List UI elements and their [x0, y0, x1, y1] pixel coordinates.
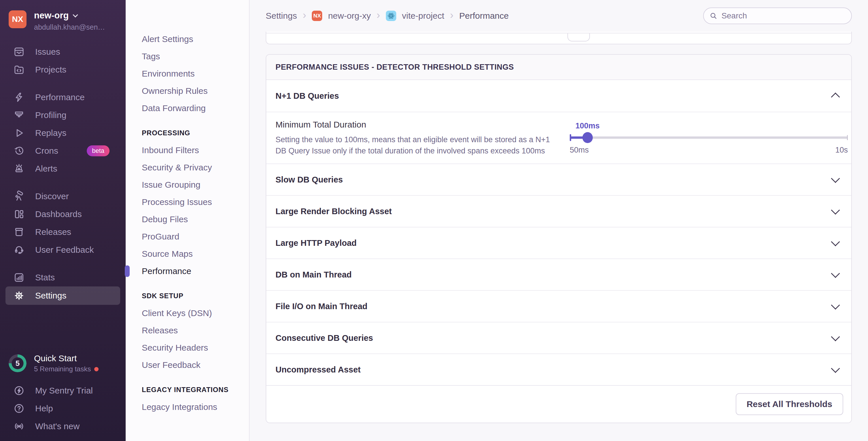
- settings-nav-item-inbound-filters[interactable]: Inbound Filters: [126, 142, 249, 159]
- sidebar-item-discover[interactable]: Discover: [0, 188, 126, 205]
- chevron-separator: ›: [450, 10, 454, 21]
- slider-min-label: 50ms: [570, 146, 589, 155]
- sidebar-item-label: Help: [35, 404, 53, 413]
- panel-header: PERFORMANCE ISSUES - DETECTOR THRESHOLD …: [266, 55, 851, 80]
- quick-start-subtitle: 5 Remaining tasks: [34, 365, 91, 373]
- search-input[interactable]: [721, 11, 845, 21]
- detector-row-large-http-payload[interactable]: Large HTTP Payload: [266, 227, 851, 259]
- chevron-down-icon: [831, 364, 840, 373]
- slider-value-label: 100ms: [576, 122, 600, 130]
- sidebar-item-alerts[interactable]: Alerts: [0, 160, 126, 178]
- detector-row-slow-db-queries[interactable]: Slow DB Queries: [266, 164, 851, 195]
- slider-max-label: 10s: [835, 146, 848, 155]
- sidebar-item-label: Discover: [35, 192, 69, 201]
- settings-nav: Alert SettingsTagsEnvironmentsOwnership …: [126, 0, 250, 441]
- settings-nav-section-header-processing: PROCESSING: [126, 124, 249, 142]
- sidebar-item-label: Releases: [35, 227, 71, 237]
- detector-row-n-1-db-queries[interactable]: N+1 DB Queries: [266, 80, 851, 112]
- sidebar-item-my-sentry-trial[interactable]: My Sentry Trial: [0, 382, 126, 400]
- settings-nav-item-security-headers[interactable]: Security Headers: [126, 339, 249, 357]
- scroll-area[interactable]: PERFORMANCE ISSUES - DETECTOR THRESHOLD …: [250, 32, 868, 441]
- quick-start[interactable]: 5 Quick Start 5 Remaining tasks: [9, 353, 119, 373]
- slider-thumb[interactable]: [582, 132, 593, 143]
- sidebar-item-crons[interactable]: Crons beta: [0, 142, 126, 160]
- help-icon: [13, 403, 25, 414]
- sidebar-item-projects[interactable]: Projects: [0, 61, 126, 78]
- settings-nav-item-user-feedback[interactable]: User Feedback: [126, 357, 249, 374]
- detector-label: File I/O on Main Thread: [276, 302, 367, 311]
- settings-nav-item-processing-issues[interactable]: Processing Issues: [126, 194, 249, 211]
- folder-code-icon: [13, 64, 25, 75]
- inbox-icon: [13, 46, 25, 58]
- detector-label: Slow DB Queries: [276, 175, 343, 184]
- settings-nav-item-debug-files[interactable]: Debug Files: [126, 211, 249, 228]
- react-project-icon: [386, 11, 396, 21]
- notification-dot: [94, 367, 98, 371]
- sidebar-item-stats[interactable]: Stats: [0, 269, 126, 286]
- detector-row-large-render-blocking-asset[interactable]: Large Render Blocking Asset: [266, 195, 851, 227]
- detector-label: DB on Main Thread: [276, 270, 351, 279]
- chevron-down-icon: [831, 206, 840, 214]
- breadcrumb: Settings › NX new-org-xy › vite-project …: [266, 11, 509, 21]
- sidebar-spacer: [0, 305, 126, 353]
- detector-row-consecutive-db-queries[interactable]: Consecutive DB Queries: [266, 322, 851, 353]
- detector-row-file-i-o-on-main-thread[interactable]: File I/O on Main Thread: [266, 290, 851, 322]
- sidebar-item-whats-new[interactable]: What's new: [0, 417, 126, 435]
- sidebar-item-label: What's new: [35, 421, 80, 431]
- detector-label: Uncompressed Asset: [276, 365, 361, 374]
- broadcast-icon: [13, 420, 25, 432]
- chevron-down-icon: [73, 12, 78, 17]
- sidebar-item-user-feedback[interactable]: User Feedback: [0, 241, 126, 259]
- settings-nav-item-tags[interactable]: Tags: [126, 48, 249, 65]
- trial-bolt-icon: [13, 385, 25, 396]
- content-area: Settings › NX new-org-xy › vite-project …: [250, 0, 868, 441]
- gear-icon: [13, 290, 25, 301]
- search-icon: [710, 11, 717, 20]
- chevron-down-icon: [831, 174, 840, 183]
- breadcrumb-project[interactable]: vite-project: [402, 11, 444, 21]
- settings-nav-item-proguard[interactable]: ProGuard: [126, 228, 249, 245]
- sidebar-item-label: Replays: [35, 128, 66, 138]
- headset-icon: [13, 244, 25, 256]
- sidebar-item-label: Performance: [35, 92, 85, 102]
- sidebar-group-gap: [0, 78, 126, 89]
- settings-nav-item-ownership-rules[interactable]: Ownership Rules: [126, 82, 249, 100]
- settings-nav-item-security-privacy[interactable]: Security & Privacy: [126, 159, 249, 176]
- detector-row-db-on-main-thread[interactable]: DB on Main Thread: [266, 259, 851, 290]
- sidebar-group-gap: [0, 259, 126, 269]
- settings-nav-item-source-maps[interactable]: Source Maps: [126, 245, 249, 263]
- settings-nav-item-legacy-integrations[interactable]: Legacy Integrations: [126, 398, 249, 416]
- search-box[interactable]: [703, 7, 852, 24]
- detector-label: Consecutive DB Queries: [276, 333, 373, 343]
- settings-nav-item-performance[interactable]: Performance: [126, 263, 249, 280]
- settings-nav-item-issue-grouping[interactable]: Issue Grouping: [126, 176, 249, 194]
- sidebar-item-label: Crons: [35, 146, 58, 156]
- settings-nav-item-releases[interactable]: Releases: [126, 322, 249, 339]
- settings-nav-item-data-forwarding[interactable]: Data Forwarding: [126, 100, 249, 117]
- sidebar-item-releases[interactable]: Releases: [0, 223, 126, 241]
- sidebar-item-issues[interactable]: Issues: [0, 43, 126, 61]
- org-switcher[interactable]: NX new-org abdullah.khan@sen…: [9, 10, 119, 31]
- primary-sidebar: NX new-org abdullah.khan@sen… Issues Pro…: [0, 0, 126, 441]
- slider-track[interactable]: [570, 136, 848, 139]
- detector-label: Large HTTP Payload: [276, 238, 357, 248]
- settings-nav-item-client-keys-dsn[interactable]: Client Keys (DSN): [126, 305, 249, 322]
- flamegraph-icon: [13, 109, 25, 121]
- chevron-up-icon: [831, 92, 840, 101]
- settings-nav-section-header-sdk-setup: SDK SETUP: [126, 287, 249, 305]
- reset-all-thresholds-button[interactable]: Reset All Thresholds: [736, 393, 843, 415]
- breadcrumb-settings[interactable]: Settings: [266, 11, 297, 21]
- sidebar-item-replays[interactable]: Replays: [0, 124, 126, 142]
- sidebar-item-help[interactable]: Help: [0, 400, 126, 417]
- sidebar-item-performance[interactable]: Performance: [0, 89, 126, 106]
- breadcrumb-org[interactable]: new-org-xy: [328, 11, 371, 21]
- sidebar-item-profiling[interactable]: Profiling: [0, 106, 126, 124]
- sidebar-item-settings[interactable]: Settings: [5, 286, 120, 305]
- sidebar-item-dashboards[interactable]: Dashboards: [0, 205, 126, 223]
- org-name: new-org: [34, 10, 69, 21]
- settings-nav-item-environments[interactable]: Environments: [126, 65, 249, 82]
- settings-nav-item-alert-settings[interactable]: Alert Settings: [126, 31, 249, 48]
- detector-row-uncompressed-asset[interactable]: Uncompressed Asset: [266, 353, 851, 385]
- topbar: Settings › NX new-org-xy › vite-project …: [250, 0, 868, 32]
- layout-grid-icon: [13, 208, 25, 220]
